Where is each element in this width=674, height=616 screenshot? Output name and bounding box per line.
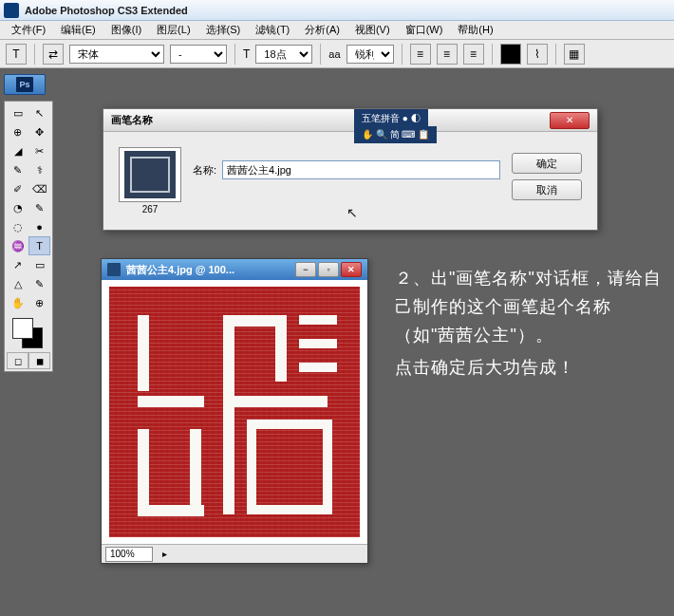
ok-button[interactable]: 确定 bbox=[512, 153, 582, 174]
menu-edit[interactable]: 编辑(E) bbox=[53, 21, 103, 39]
eyedropper-tool[interactable]: ✎ bbox=[28, 274, 50, 293]
lasso-tool[interactable]: ⊕ bbox=[7, 122, 28, 141]
name-label: 名称: bbox=[193, 163, 216, 177]
menu-layer[interactable]: 图层(L) bbox=[149, 21, 197, 39]
document-window: 茜茜公主4.jpg @ 100... − ▫ ✕ bbox=[101, 258, 368, 564]
align-right-button[interactable]: ≡ bbox=[463, 44, 484, 65]
app-title: Adobe Photoshop CS3 Extended bbox=[25, 5, 188, 16]
ps-home-tab[interactable]: Ps bbox=[4, 74, 46, 95]
dialog-title: 画笔名称 bbox=[111, 113, 550, 127]
quickmask-mode-button[interactable]: ◼ bbox=[28, 352, 50, 369]
divider bbox=[234, 44, 235, 65]
brush-preview bbox=[119, 147, 181, 202]
font-family-select[interactable]: 宋体 bbox=[69, 45, 164, 64]
antialias-select[interactable]: 锐利 bbox=[346, 45, 394, 64]
align-left-button[interactable]: ≡ bbox=[410, 44, 431, 65]
workspace: Ps ▭↖ ⊕✥ ◢✂ ✎⚕ ✐⌫ ◔✎ ◌● ♒T ↗▭ △✎ ✋⊕ ◻ ◼ … bbox=[0, 68, 674, 616]
wand-tool[interactable]: ✥ bbox=[28, 122, 50, 141]
pen-tool[interactable]: ♒ bbox=[7, 236, 28, 255]
instruction-line-1: ２、出"画笔名称"对话框，请给自己制作的这个画笔起个名称（如"茜茜公主"）。 bbox=[395, 264, 666, 349]
eraser-tool[interactable]: ◔ bbox=[7, 198, 28, 217]
cancel-button[interactable]: 取消 bbox=[512, 179, 582, 200]
divider bbox=[34, 44, 35, 65]
menu-select[interactable]: 选择(S) bbox=[198, 21, 249, 39]
slice-tool[interactable]: ✂ bbox=[28, 141, 50, 160]
dialog-title-bar[interactable]: 画笔名称 五笔拼音 ● ◐ ✋ 🔍 简 ⌨ 📋 ✕ bbox=[103, 109, 597, 132]
instruction-overlay: ２、出"画笔名称"对话框，请给自己制作的这个画笔起个名称（如"茜茜公主"）。 点… bbox=[395, 264, 666, 385]
warp-text-button[interactable]: ⌇ bbox=[527, 44, 548, 65]
brush-thumbnail bbox=[124, 151, 176, 198]
brush-size-label: 267 bbox=[119, 204, 181, 215]
path-tool[interactable]: ↗ bbox=[7, 255, 28, 274]
hand-tool[interactable]: ✋ bbox=[7, 293, 28, 312]
menu-image[interactable]: 图像(I) bbox=[103, 21, 149, 39]
foreground-color[interactable] bbox=[12, 318, 33, 339]
menu-window[interactable]: 窗口(W) bbox=[398, 21, 451, 39]
stamp-tool[interactable]: ✐ bbox=[7, 179, 28, 198]
menu-help[interactable]: 帮助(H) bbox=[450, 21, 500, 39]
divider bbox=[492, 44, 493, 65]
title-bar: Adobe Photoshop CS3 Extended bbox=[0, 0, 674, 21]
brush-preview-box: 267 bbox=[119, 147, 181, 215]
text-color-button[interactable] bbox=[500, 44, 521, 65]
menu-filter[interactable]: 滤镜(T) bbox=[248, 21, 297, 39]
minimize-button[interactable]: − bbox=[295, 262, 316, 277]
font-size-select[interactable]: 18点 bbox=[255, 45, 312, 64]
document-canvas[interactable] bbox=[102, 280, 367, 544]
marquee-tool[interactable]: ▭ bbox=[7, 103, 28, 122]
dodge-tool[interactable]: ● bbox=[28, 217, 50, 236]
document-title: 茜茜公主4.jpg @ 100... bbox=[126, 263, 293, 277]
crop-tool[interactable]: ◢ bbox=[7, 141, 28, 160]
align-center-button[interactable]: ≡ bbox=[437, 44, 458, 65]
seal-image bbox=[109, 287, 360, 537]
dialog-buttons: 确定 取消 bbox=[512, 153, 582, 200]
orientation-toggle[interactable]: ⇄ bbox=[43, 44, 64, 65]
blur-tool[interactable]: ◌ bbox=[7, 217, 28, 236]
notes-tool[interactable]: △ bbox=[7, 274, 28, 293]
divider bbox=[555, 44, 556, 65]
brush-tool[interactable]: ⚕ bbox=[28, 160, 50, 179]
menu-bar: 文件(F) 编辑(E) 图像(I) 图层(L) 选择(S) 滤镜(T) 分析(A… bbox=[0, 21, 674, 40]
standard-mode-button[interactable]: ◻ bbox=[7, 352, 28, 369]
options-bar: T ⇄ 宋体 - T 18点 aa 锐利 ≡ ≡ ≡ ⌇ ▦ bbox=[0, 40, 674, 68]
document-status-bar: 100% ▸ bbox=[102, 544, 367, 563]
tool-preset-icon[interactable]: T bbox=[6, 44, 27, 65]
character-panel-button[interactable]: ▦ bbox=[564, 44, 585, 65]
menu-view[interactable]: 视图(V) bbox=[347, 21, 398, 39]
antialias-label: aa bbox=[328, 48, 340, 60]
heal-tool[interactable]: ✎ bbox=[7, 160, 28, 179]
ime-toolbar[interactable]: ✋ 🔍 简 ⌨ 📋 bbox=[354, 126, 437, 143]
instruction-line-2: 点击确定后大功告成！ bbox=[395, 353, 666, 382]
brush-name-dialog: 画笔名称 五笔拼音 ● ◐ ✋ 🔍 简 ⌨ 📋 ✕ 267 名称: 确定 取消 bbox=[103, 108, 598, 231]
close-button[interactable]: ✕ bbox=[341, 262, 362, 277]
zoom-tool[interactable]: ⊕ bbox=[28, 293, 50, 312]
status-menu-arrow[interactable]: ▸ bbox=[157, 549, 173, 559]
color-swatches bbox=[7, 316, 50, 350]
ime-indicator[interactable]: 五笔拼音 ● ◐ bbox=[354, 109, 428, 128]
app-icon bbox=[4, 3, 19, 18]
gradient-tool[interactable]: ✎ bbox=[28, 198, 50, 217]
maximize-button[interactable]: ▫ bbox=[318, 262, 339, 277]
tool-palette: ▭↖ ⊕✥ ◢✂ ✎⚕ ✐⌫ ◔✎ ◌● ♒T ↗▭ △✎ ✋⊕ ◻ ◼ bbox=[4, 101, 53, 372]
ps-logo-icon: Ps bbox=[16, 77, 33, 92]
history-brush-tool[interactable]: ⌫ bbox=[28, 179, 50, 198]
menu-file[interactable]: 文件(F) bbox=[4, 21, 53, 39]
document-title-bar[interactable]: 茜茜公主4.jpg @ 100... − ▫ ✕ bbox=[102, 259, 367, 280]
brush-name-input[interactable] bbox=[222, 160, 500, 179]
move-tool[interactable]: ↖ bbox=[28, 103, 50, 122]
divider bbox=[320, 44, 321, 65]
shape-tool[interactable]: ▭ bbox=[28, 255, 50, 274]
zoom-field[interactable]: 100% bbox=[105, 547, 153, 562]
divider bbox=[402, 44, 403, 65]
type-tool[interactable]: T bbox=[28, 236, 50, 255]
document-icon bbox=[107, 263, 121, 276]
font-style-select[interactable]: - bbox=[170, 45, 227, 64]
name-section: 名称: bbox=[193, 160, 500, 179]
size-icon: T bbox=[243, 47, 250, 61]
menu-analysis[interactable]: 分析(A) bbox=[297, 21, 347, 39]
dialog-close-button[interactable]: ✕ bbox=[550, 112, 590, 129]
dialog-body: 267 名称: 确定 取消 bbox=[103, 132, 597, 230]
